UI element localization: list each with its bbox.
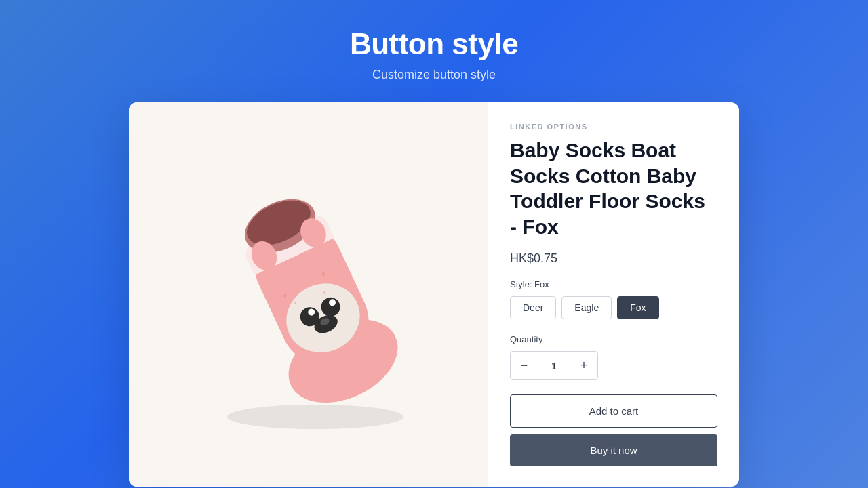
style-option-eagle[interactable]: Eagle (561, 296, 612, 319)
style-label: Style: Fox (510, 279, 717, 289)
sock-svg: ♥ ♥ ♥ ♥ (180, 152, 437, 437)
page-header: Button style Customize button style (350, 0, 518, 102)
style-option-deer[interactable]: Deer (510, 296, 556, 319)
buy-now-button[interactable]: Buy it now (510, 434, 717, 466)
style-options: Deer Eagle Fox (510, 296, 717, 319)
product-image-section: ♥ ♥ ♥ ♥ (129, 102, 488, 487)
quantity-label: Quantity (510, 334, 717, 344)
style-option-fox[interactable]: Fox (617, 296, 658, 319)
product-card: ♥ ♥ ♥ ♥ LINKED OPTIONS Baby Socks Boat S… (129, 102, 739, 487)
page-title: Button style (350, 27, 518, 61)
product-title: Baby Socks Boat Socks Cotton Baby Toddle… (510, 138, 717, 239)
quantity-value: 1 (538, 352, 570, 379)
quantity-control: − 1 + (510, 351, 598, 380)
product-price: HK$0.75 (510, 251, 717, 266)
linked-options-label: LINKED OPTIONS (510, 123, 717, 131)
quantity-decrease-button[interactable]: − (511, 352, 538, 379)
quantity-increase-button[interactable]: + (570, 352, 597, 379)
page-subtitle: Customize button style (350, 68, 518, 82)
product-image: ♥ ♥ ♥ ♥ (153, 139, 465, 451)
add-to-cart-button[interactable]: Add to cart (510, 394, 717, 428)
product-details: LINKED OPTIONS Baby Socks Boat Socks Cot… (488, 102, 739, 487)
svg-point-0 (227, 405, 403, 429)
